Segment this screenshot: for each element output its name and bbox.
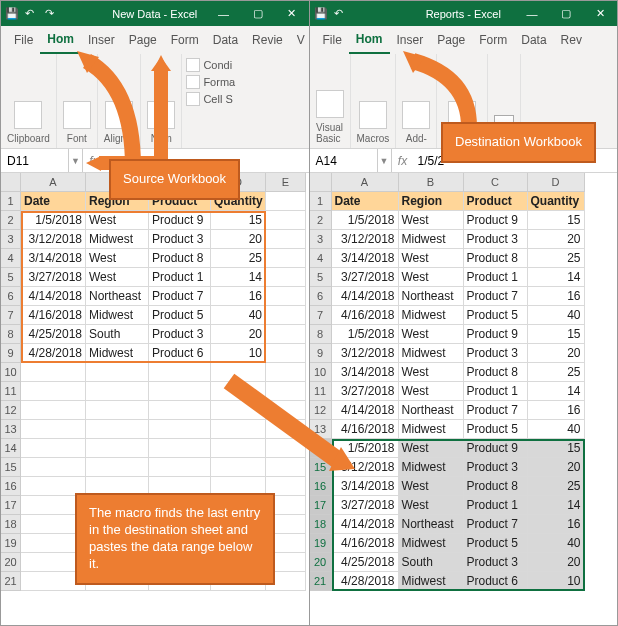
ribbon-tab[interactable]: File [316, 26, 349, 54]
cell[interactable]: Northeast [86, 287, 149, 306]
cell[interactable]: Product 1 [464, 496, 528, 515]
cell[interactable]: 16 [528, 515, 585, 534]
cell[interactable]: Product 5 [149, 306, 211, 325]
cell[interactable]: Product [464, 192, 528, 211]
cell[interactable]: 15 [528, 325, 585, 344]
cell[interactable]: West [399, 249, 464, 268]
row-header[interactable]: 4 [1, 249, 21, 268]
cell[interactable]: 20 [528, 344, 585, 363]
cell[interactable]: 4/28/2018 [332, 572, 399, 591]
row-header[interactable]: 9 [310, 344, 332, 363]
visual-basic-icon[interactable] [316, 90, 344, 118]
ribbon-tab[interactable]: Data [206, 26, 245, 54]
cell[interactable]: 3/27/2018 [21, 268, 86, 287]
row-header[interactable]: 17 [1, 496, 21, 515]
cell[interactable]: 25 [528, 249, 585, 268]
maximize-button[interactable]: ▢ [241, 1, 275, 26]
column-header[interactable]: C [464, 173, 528, 192]
cell[interactable]: 14 [528, 382, 585, 401]
cell[interactable]: 20 [528, 458, 585, 477]
cell[interactable]: 16 [528, 401, 585, 420]
column-header[interactable]: B [399, 173, 464, 192]
ribbon-tab[interactable]: Data [514, 26, 553, 54]
cell[interactable]: Northeast [399, 287, 464, 306]
cell[interactable]: 4/14/2018 [332, 515, 399, 534]
cell[interactable]: 4/16/2018 [332, 534, 399, 553]
row-header[interactable]: 4 [310, 249, 332, 268]
row-header[interactable]: 15 [1, 458, 21, 477]
row-header[interactable]: 2 [1, 211, 21, 230]
cell[interactable]: Midwest [399, 306, 464, 325]
cell[interactable]: 20 [528, 230, 585, 249]
name-box[interactable]: A14 [310, 149, 378, 172]
cell[interactable]: Region [399, 192, 464, 211]
cell[interactable]: Product 1 [464, 382, 528, 401]
cell[interactable] [266, 325, 306, 344]
save-icon[interactable]: 💾 [314, 7, 328, 21]
cell[interactable]: Product 3 [149, 325, 211, 344]
column-header[interactable]: D [528, 173, 585, 192]
row-header[interactable]: 20 [1, 553, 21, 572]
cell[interactable]: 14 [211, 268, 266, 287]
row-header[interactable]: 21 [1, 572, 21, 591]
cell[interactable]: Midwest [86, 344, 149, 363]
cell[interactable]: Midwest [86, 230, 149, 249]
cell[interactable]: 4/25/2018 [332, 553, 399, 572]
name-box[interactable]: D11 [1, 149, 69, 172]
row-header[interactable]: 20 [310, 553, 332, 572]
cell[interactable] [21, 382, 86, 401]
cell[interactable] [21, 458, 86, 477]
cell[interactable]: 3/12/2018 [332, 230, 399, 249]
cell[interactable] [21, 401, 86, 420]
row-header[interactable]: 18 [310, 515, 332, 534]
cell[interactable]: Product 5 [464, 534, 528, 553]
cell[interactable] [86, 401, 149, 420]
cell[interactable]: 1/5/2018 [332, 211, 399, 230]
cell[interactable] [149, 439, 211, 458]
fx-icon[interactable]: fx [392, 154, 414, 168]
cell[interactable]: 40 [528, 306, 585, 325]
cell[interactable]: 14 [528, 268, 585, 287]
cell[interactable]: Product 6 [149, 344, 211, 363]
cell[interactable]: Product 3 [464, 553, 528, 572]
row-header[interactable]: 9 [1, 344, 21, 363]
column-header[interactable]: A [332, 173, 399, 192]
cell[interactable]: Product 3 [464, 230, 528, 249]
row-header[interactable]: 16 [1, 477, 21, 496]
cell[interactable]: West [399, 382, 464, 401]
cell[interactable] [86, 458, 149, 477]
column-header[interactable]: E [266, 173, 306, 192]
cell[interactable]: Product 9 [464, 439, 528, 458]
cell[interactable]: 1/5/2018 [21, 211, 86, 230]
cell[interactable]: Midwest [86, 306, 149, 325]
cell[interactable] [86, 382, 149, 401]
ribbon-tab[interactable]: V [290, 26, 312, 54]
cell[interactable] [86, 363, 149, 382]
row-header[interactable]: 19 [1, 534, 21, 553]
cell[interactable]: 3/14/2018 [332, 249, 399, 268]
cell[interactable]: Midwest [399, 458, 464, 477]
cell[interactable]: Product 3 [464, 458, 528, 477]
row-header[interactable]: 7 [1, 306, 21, 325]
cell[interactable]: Product 1 [464, 268, 528, 287]
cell[interactable]: 3/27/2018 [332, 496, 399, 515]
row-header[interactable]: 17 [310, 496, 332, 515]
cell[interactable]: West [399, 477, 464, 496]
cell[interactable]: 1/5/2018 [332, 325, 399, 344]
minimize-button[interactable]: — [515, 1, 549, 26]
cell[interactable]: 4/14/2018 [332, 287, 399, 306]
cell[interactable]: West [399, 363, 464, 382]
cell[interactable]: Northeast [399, 515, 464, 534]
cell[interactable]: 40 [528, 420, 585, 439]
cell[interactable]: Northeast [399, 401, 464, 420]
cell[interactable]: 40 [528, 534, 585, 553]
cell[interactable]: West [399, 211, 464, 230]
cell[interactable]: 14 [528, 496, 585, 515]
cell[interactable]: Product 7 [464, 401, 528, 420]
cell[interactable]: 4/28/2018 [21, 344, 86, 363]
row-header[interactable]: 1 [310, 192, 332, 211]
cell[interactable] [266, 287, 306, 306]
row-header[interactable]: 18 [1, 515, 21, 534]
cell[interactable]: 3/14/2018 [21, 249, 86, 268]
macros-icon[interactable] [359, 101, 387, 129]
